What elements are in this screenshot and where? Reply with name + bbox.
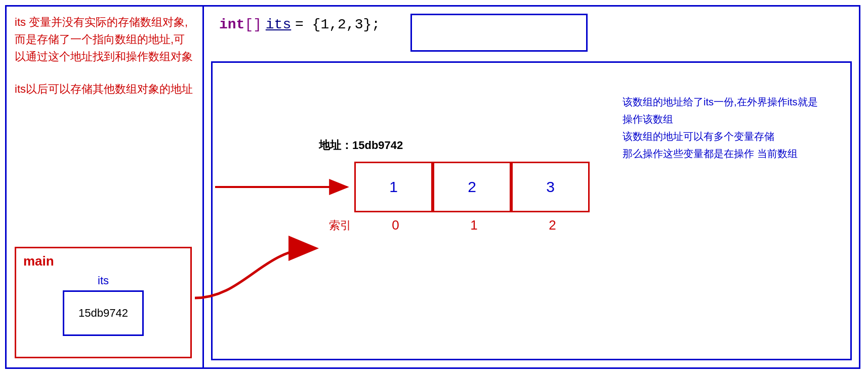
array-cell-0: 1 <box>354 162 433 212</box>
annotation-line-3: 该数组的地址可以有多个变量存储 <box>623 128 835 145</box>
index-1: 1 <box>435 217 513 233</box>
main-container: its 变量并没有实际的存储数组对象,而是存储了一个指向数组的地址,可以通过这个… <box>5 5 860 369</box>
code-int-keyword: int <box>219 17 244 32</box>
left-text-2: its以后可以存储其他数组对象的地址 <box>15 81 194 98</box>
array-cell-1: 2 <box>433 162 511 212</box>
annotation-line-1: 该数组的地址给了its一份,在外界操作its就是 <box>623 93 835 110</box>
array-cell-2: 3 <box>511 162 590 212</box>
its-value: 15db9742 <box>78 307 128 320</box>
annotation-text: 该数组的地址给了its一份,在外界操作its就是 操作该数组 该数组的地址可以有… <box>623 93 835 162</box>
its-label: its <box>98 274 109 287</box>
annotation-line-2: 操作该数组 <box>623 110 835 128</box>
empty-box <box>410 14 588 52</box>
address-label: 地址：15db9742 <box>319 138 403 153</box>
its-container: its 15db9742 <box>23 274 183 336</box>
main-label: main <box>23 253 183 269</box>
left-text-1: its 变量并没有实际的存储数组对象,而是存储了一个指向数组的地址,可以通过这个… <box>15 14 194 65</box>
its-value-box: 15db9742 <box>63 290 144 336</box>
annotation-line-4: 那么操作这些变量都是在操作 当前数组 <box>623 145 835 162</box>
index-label: 索引 <box>329 218 351 233</box>
code-line: int[] its = {1,2,3}; <box>219 14 380 34</box>
code-assignment: = {1,2,3}; <box>295 17 380 32</box>
main-box: main its 15db9742 <box>15 247 192 358</box>
index-0: 0 <box>356 217 435 233</box>
code-var-name: its <box>266 17 291 32</box>
top-area: int[] its = {1,2,3}; <box>204 7 859 57</box>
array-container: 1 2 3 <box>354 162 590 212</box>
right-panel: int[] its = {1,2,3}; 地址：15db9742 1 2 3 索… <box>204 7 859 367</box>
diagram-area: 地址：15db9742 1 2 3 索引 0 1 2 该数组的地址给了its一份… <box>211 61 852 360</box>
index-row: 索引 0 1 2 <box>329 217 592 233</box>
code-brackets: [] <box>244 17 262 32</box>
index-2: 2 <box>513 217 592 233</box>
left-panel: its 变量并没有实际的存储数组对象,而是存储了一个指向数组的地址,可以通过这个… <box>7 7 204 367</box>
